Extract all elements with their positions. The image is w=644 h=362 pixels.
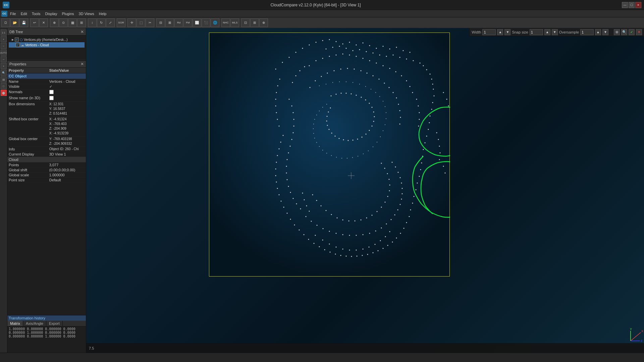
svg-point-217 bbox=[349, 235, 350, 236]
lt-box[interactable]: □ bbox=[1, 83, 7, 89]
tb-sample[interactable]: ⊕ bbox=[50, 18, 59, 27]
tb-plane[interactable]: ⬚ bbox=[137, 18, 145, 27]
svg-point-131 bbox=[310, 87, 311, 88]
svg-point-286 bbox=[331, 214, 332, 215]
tb-align1[interactable]: ⊟ bbox=[156, 18, 165, 27]
svg-point-282 bbox=[312, 194, 313, 195]
tb-scale[interactable]: ⤢ bbox=[106, 18, 115, 27]
tb-filter[interactable]: ▦ bbox=[68, 18, 77, 27]
svg-point-52 bbox=[423, 149, 424, 150]
svg-point-58 bbox=[416, 189, 417, 190]
width-input[interactable] bbox=[482, 29, 496, 35]
vp-x-btn[interactable]: ✕ bbox=[636, 29, 642, 35]
tb-undo[interactable]: ↩ bbox=[30, 18, 39, 27]
lt-add[interactable]: + bbox=[1, 36, 7, 42]
tb-section[interactable]: ✂ bbox=[146, 18, 154, 27]
tb-open[interactable]: 📂 bbox=[10, 18, 19, 27]
menu-edit[interactable]: Edit bbox=[19, 11, 29, 16]
tab-export[interactable]: Export bbox=[46, 321, 63, 326]
db-tree-close[interactable]: ✕ bbox=[80, 29, 84, 34]
lt-minus[interactable]: − bbox=[1, 43, 7, 49]
oversample-up[interactable]: ▲ bbox=[595, 29, 601, 35]
showname-checkbox[interactable] bbox=[49, 96, 54, 100]
tb-pick[interactable]: ✛ bbox=[127, 18, 136, 27]
width-down[interactable]: ▼ bbox=[504, 29, 511, 35]
oversample-input[interactable] bbox=[580, 29, 594, 35]
menu-3dviews[interactable]: 3D Views bbox=[77, 11, 96, 16]
menu-file[interactable]: File bbox=[8, 11, 18, 16]
svg-point-208 bbox=[322, 107, 323, 108]
svg-point-43 bbox=[433, 89, 434, 90]
lt-plus2[interactable]: + bbox=[1, 63, 7, 69]
menu-tools[interactable]: Tools bbox=[30, 11, 43, 16]
tb-fm[interactable]: FM bbox=[183, 18, 192, 27]
menu-display[interactable]: Display bbox=[43, 11, 59, 16]
snapsize-input[interactable] bbox=[530, 29, 543, 35]
svg-point-238 bbox=[419, 112, 420, 113]
svg-point-296 bbox=[385, 202, 386, 203]
svg-point-55 bbox=[420, 169, 421, 170]
tb-globe[interactable]: 🌐 bbox=[211, 18, 219, 27]
svg-point-199 bbox=[319, 146, 320, 147]
width-up[interactable]: ▲ bbox=[497, 29, 503, 35]
tb-misc1[interactable]: ⊡ bbox=[241, 18, 250, 27]
vp-check-btn[interactable]: ✓ bbox=[629, 29, 635, 35]
svg-point-8 bbox=[356, 45, 357, 46]
lt-zoom[interactable]: 🔍 bbox=[1, 70, 7, 76]
tree-item-cloud[interactable]: ☁ Vertices - Cloud bbox=[9, 42, 85, 48]
tb-export1[interactable]: ⬜ bbox=[193, 18, 201, 27]
lt-color[interactable]: ⬤ bbox=[1, 90, 7, 96]
tab-matrix[interactable]: Matrix bbox=[7, 321, 23, 326]
tb-scatter[interactable]: ⊙ bbox=[59, 18, 68, 27]
tb-mls[interactable]: MLS bbox=[230, 18, 239, 27]
svg-point-146 bbox=[396, 98, 397, 99]
vp-grid-btn[interactable]: ⊞ bbox=[614, 29, 620, 35]
svg-point-56 bbox=[419, 176, 420, 177]
svg-point-147 bbox=[398, 104, 399, 105]
tb-move[interactable]: ↕ bbox=[88, 18, 97, 27]
tb-merge[interactable]: ⊞ bbox=[77, 18, 86, 27]
lt-move[interactable]: ↔ bbox=[1, 56, 7, 62]
tb-save[interactable]: 💾 bbox=[19, 18, 28, 27]
svg-point-279 bbox=[304, 199, 305, 200]
snapsize-down[interactable]: ▼ bbox=[552, 29, 558, 35]
tb-sor[interactable]: SOR bbox=[117, 18, 125, 27]
tb-align2[interactable]: ⊠ bbox=[165, 18, 174, 27]
maximize-button[interactable]: ☐ bbox=[629, 2, 635, 8]
viewport-3d[interactable]: Width ▲ ▼ Snap size ▲ ▼ Oversample ▲ ▼ ⊞… bbox=[86, 28, 644, 353]
tree-checkbox-ply[interactable] bbox=[15, 38, 19, 42]
tb-misc2[interactable]: ⊞ bbox=[250, 18, 259, 27]
svg-point-113 bbox=[336, 55, 337, 56]
lt-layers[interactable]: ▤ bbox=[1, 76, 7, 82]
close-button[interactable]: ✕ bbox=[635, 2, 641, 8]
tb-nhc[interactable]: NHC bbox=[221, 18, 230, 27]
tb-misc3[interactable]: ⊕ bbox=[259, 18, 268, 27]
tab-axisangle[interactable]: Axis/Angle bbox=[23, 321, 46, 326]
normals-checkbox[interactable] bbox=[49, 90, 54, 94]
tree-item-ply[interactable]: ▶ ⬡ Vertices.ply (/home/a/Desk...) bbox=[9, 37, 85, 42]
snapsize-up[interactable]: ▲ bbox=[544, 29, 550, 35]
svg-point-173 bbox=[346, 81, 346, 82]
tb-new[interactable]: 🗋 bbox=[1, 18, 10, 27]
menu-plugins[interactable]: Plugins bbox=[60, 11, 76, 16]
vp-zoom-btn[interactable]: 🔍 bbox=[621, 29, 627, 35]
minimize-button[interactable]: — bbox=[622, 2, 628, 8]
svg-point-242 bbox=[438, 139, 439, 140]
tb-delete[interactable]: ✕ bbox=[39, 18, 48, 27]
matrix-row-2: 0.000000 1.000000 0.000000 0.0000 bbox=[9, 331, 85, 335]
properties-close[interactable]: ✕ bbox=[80, 62, 84, 66]
window-controls[interactable]: — ☐ ✕ bbox=[622, 2, 641, 8]
svg-point-144 bbox=[389, 87, 390, 88]
svg-point-316 bbox=[315, 235, 316, 236]
svg-point-240 bbox=[418, 126, 419, 127]
menu-help[interactable]: Help bbox=[97, 11, 109, 16]
tb-export2[interactable]: ⬛ bbox=[202, 18, 210, 27]
tree-checkbox-cloud[interactable] bbox=[16, 43, 20, 47]
oversample-down[interactable]: ▼ bbox=[602, 29, 608, 35]
tb-rotate[interactable]: ↻ bbox=[97, 18, 106, 27]
tb-rd[interactable]: Rd bbox=[174, 18, 183, 27]
svg-point-142 bbox=[379, 79, 380, 80]
svg-point-226 bbox=[397, 209, 398, 210]
lt-auto[interactable]: AUTO bbox=[1, 50, 7, 56]
lt-view1[interactable]: 1:1 bbox=[1, 29, 7, 36]
